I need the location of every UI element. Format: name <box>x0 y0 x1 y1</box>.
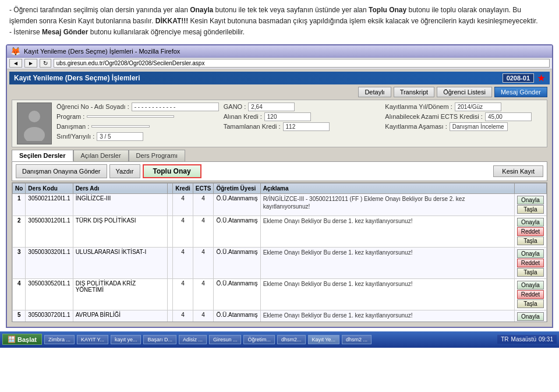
row-no: 2 <box>13 216 26 247</box>
mesaj-gonder-button[interactable]: Mesaj Gönder <box>494 87 547 97</box>
reddet-button[interactable]: Reddet <box>517 259 544 267</box>
gano-label: GANO : <box>224 103 246 110</box>
star-icon: ★ <box>537 73 545 83</box>
taskbar-adisiz[interactable]: Adisiz ... <box>179 335 207 344</box>
azami-ects-row: Alınabilecek Azami ECTS Kredisi : 45,00 <box>385 112 542 121</box>
onayla-button[interactable]: Onayla <box>517 312 544 321</box>
taskbar-dhsm2b[interactable]: dhsm2 ... <box>342 335 372 344</box>
row-kredi: 4 <box>173 310 193 322</box>
row-aciklama: Ekleme Onayı Bekliyor Bu derse 1. kez ka… <box>260 278 514 310</box>
taskbar-giresun[interactable]: Giresun ... <box>209 335 242 344</box>
azami-ects-label: Alınabilecek Azami ECTS Kredisi : <box>385 113 483 120</box>
row-no: 1 <box>13 193 26 216</box>
tasla-button[interactable]: Taşla <box>517 299 544 308</box>
row-aciklama: Ekleme Onayı Bekliyor Bu derse 1. kez ka… <box>260 247 514 278</box>
row-ogretim: Ö.Ü.Atanmamış <box>214 247 260 278</box>
tamamlanan-row: Tamamlanan Kredi : 112 <box>224 122 381 131</box>
start-button[interactable]: 🪟 Başlat <box>2 334 42 345</box>
asamasi-label: Kayıtlanma Aşaması : <box>385 123 447 130</box>
taskbar-kayit-ye[interactable]: kayıt ye... <box>111 335 141 344</box>
student-photo <box>17 103 52 144</box>
tab-acilan-dersler[interactable]: Açılan Dersler <box>73 150 129 161</box>
row-ders-adi: TÜRK DIŞ POLİTİKASI <box>73 216 168 247</box>
danisman-label: Danışman : <box>56 123 89 130</box>
address-bar[interactable] <box>54 59 550 68</box>
row-no: 5 <box>13 310 26 322</box>
gano-value: 2,64 <box>248 103 295 111</box>
yazdir-button[interactable]: Yazdır <box>109 164 140 178</box>
reddet-button[interactable]: Reddet <box>517 322 544 322</box>
onayla-button[interactable]: Onayla <box>517 196 544 204</box>
danisman-onay-button[interactable]: Danışman Onayına Gönder <box>16 164 107 178</box>
col-no: No <box>13 183 26 193</box>
row-no: 4 <box>13 278 26 310</box>
browser-title: Kayıt Yenileme (Ders Seçme) İşlemleri - … <box>24 48 180 55</box>
row-no: 3 <box>13 247 26 278</box>
onayla-button[interactable]: Onayla <box>517 281 544 289</box>
table-row: 13050021120I1.1İNGİLİZCE-III44Ö.Ü.Atanma… <box>13 193 547 216</box>
browser-titlebar: 🦊 Kayıt Yenileme (Ders Seçme) İşlemleri … <box>7 45 552 58</box>
row-kredi: 4 <box>173 216 193 247</box>
row-kredi: 4 <box>173 278 193 310</box>
transkript-button[interactable]: Transkript <box>394 87 435 97</box>
onayla-button[interactable]: Onayla <box>517 249 544 258</box>
row-empty <box>168 216 173 247</box>
student-no-row: Öğrenci No - Adı Soyadı : - - - - - - - … <box>56 103 219 111</box>
back-button[interactable]: ◄ <box>9 59 22 68</box>
tasla-button[interactable]: Taşla <box>517 205 544 214</box>
svg-point-1 <box>29 111 40 122</box>
row-kredi: 4 <box>173 193 193 216</box>
taskbar-zimbra[interactable]: Zimbra ... <box>44 335 75 344</box>
top-buttons-bar: Detaylı Transkript Öğrenci Listesi Mesaj… <box>12 87 547 97</box>
row-action-buttons: OnaylaReddetTaşla <box>514 247 546 278</box>
table-row: 53050030720I1.1AVRUPA BİRLİĞİ44Ö.Ü.Atanm… <box>13 310 547 322</box>
row-ects: 4 <box>193 216 214 247</box>
row-ects: 4 <box>193 278 214 310</box>
danisman-row: Danışman : <box>56 122 219 131</box>
refresh-button[interactable]: ↻ <box>40 59 51 68</box>
row-action-buttons: OnaylaReddetTaşla <box>514 216 546 247</box>
tasla-button[interactable]: Taşla <box>517 236 544 245</box>
program-label: Program : <box>56 113 84 120</box>
row-empty <box>168 278 173 310</box>
action-bar-left: Danışman Onayına Gönder Yazdır Toplu Ona… <box>16 164 201 178</box>
table-row: 43050030520I1.1DIŞ POLİTİKADA KRİZ YÖNET… <box>13 278 547 310</box>
row-ects: 4 <box>193 247 214 278</box>
student-no-value: - - - - - - - - - - - - <box>132 103 219 111</box>
table-row: 23050030120I1.1TÜRK DIŞ POLİTİKASI44Ö.Ü.… <box>13 216 547 247</box>
app-header: Kayıt Yenileme (Ders Seçme) İşlemleri 02… <box>9 72 550 84</box>
row-ders-adi: İNGİLİZCE-III <box>73 193 168 216</box>
col-ders-kodu: Ders Kodu <box>26 183 73 193</box>
reddet-button[interactable]: Reddet <box>517 290 544 299</box>
tab-secilen-dersler[interactable]: Seçilen Dersler <box>12 150 73 161</box>
toplu-onay-button[interactable]: Toplu Onay <box>143 164 201 178</box>
courses-table: No Ders Kodu Ders Adı Kredi ECTS Öğretim… <box>12 183 547 322</box>
kesin-kayit-button[interactable]: Kesin Kayıt <box>493 165 543 177</box>
row-aciklama: Ekleme Onayı Bekliyor Bu derse 1. kez ka… <box>260 310 514 322</box>
row-ders-kodu: 3050021120I1.1 <box>26 193 73 216</box>
taskbar-dhsm2a[interactable]: dhsm2... <box>277 335 306 344</box>
taskbar-kayit-y[interactable]: KAYIT Y... <box>77 335 108 344</box>
taskbar-kayit-ye2[interactable]: Kayıt Ye... <box>308 335 340 344</box>
taskbar-time: 09:31 <box>539 336 553 342</box>
row-kredi: 4 <box>173 247 193 278</box>
tab-ders-programi[interactable]: Ders Programı <box>129 150 186 161</box>
detayli-button[interactable]: Detaylı <box>358 87 391 97</box>
row-ects: 4 <box>193 310 214 322</box>
app-code: 0208-01 <box>503 73 534 83</box>
taskbar-basari[interactable]: Başarı D... <box>143 335 176 344</box>
reddet-button[interactable]: Reddet <box>517 227 544 236</box>
alinan-kredi-row: Alınan Kredi : 120 <box>224 112 381 121</box>
row-ders-kodu: 3050030720I1.1 <box>26 310 73 322</box>
tabs-bar: Seçilen Dersler Açılan Dersler Ders Prog… <box>12 150 547 161</box>
forward-button[interactable]: ► <box>24 59 37 68</box>
taskbar-ogretim[interactable]: Öğretim... <box>243 335 275 344</box>
alinan-kredi-label: Alınan Kredi : <box>224 113 262 120</box>
onayla-button[interactable]: Onayla <box>517 218 544 227</box>
tasla-button[interactable]: Taşla <box>517 268 544 277</box>
taskbar-clock: TR Masaüstü 09:31 <box>497 335 557 344</box>
ogrenci-listesi-button[interactable]: Öğrenci Listesi <box>437 87 492 97</box>
taskbar: 🪟 Başlat Zimbra ... KAYIT Y... kayıt ye.… <box>0 331 559 348</box>
browser-window: 🦊 Kayıt Yenileme (Ders Seçme) İşlemleri … <box>6 44 553 328</box>
col-ogretim: Öğretim Üyesi <box>214 183 260 193</box>
